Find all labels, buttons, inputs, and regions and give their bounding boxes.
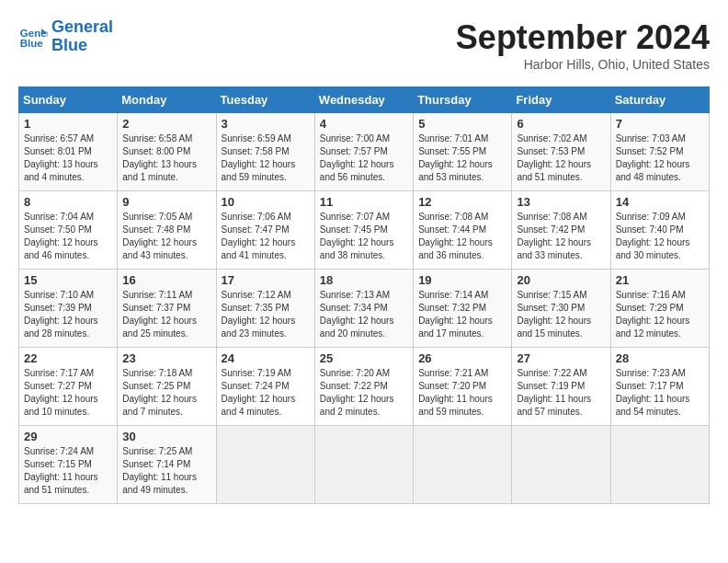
- day-number: 20: [517, 273, 605, 287]
- day-number: 15: [24, 273, 112, 287]
- day-info: Sunrise: 7:08 AM Sunset: 7:42 PM Dayligh…: [517, 211, 605, 262]
- day-info: Sunrise: 7:03 AM Sunset: 7:52 PM Dayligh…: [616, 132, 704, 184]
- weekday-header: Thursday: [414, 87, 512, 113]
- weekday-header: Tuesday: [216, 87, 314, 113]
- logo: General Blue General Blue: [18, 18, 113, 55]
- day-number: 27: [517, 351, 605, 365]
- day-number: 2: [122, 117, 210, 131]
- calendar-body: 1Sunrise: 6:57 AM Sunset: 8:01 PM Daylig…: [19, 113, 710, 504]
- calendar-day-cell: 25Sunrise: 7:20 AM Sunset: 7:22 PM Dayli…: [314, 348, 413, 426]
- day-info: Sunrise: 7:11 AM Sunset: 7:37 PM Dayligh…: [122, 289, 210, 340]
- calendar-day-cell: 30Sunrise: 7:25 AM Sunset: 7:14 PM Dayli…: [118, 426, 216, 504]
- day-number: 3: [222, 117, 310, 131]
- calendar-week-row: 15Sunrise: 7:10 AM Sunset: 7:39 PM Dayli…: [19, 270, 710, 348]
- title-area: September 2024 Harbor Hills, Ohio, Unite…: [456, 18, 710, 72]
- calendar-day-cell: [414, 426, 512, 504]
- calendar-day-cell: 24Sunrise: 7:19 AM Sunset: 7:24 PM Dayli…: [216, 348, 314, 426]
- calendar-week-row: 29Sunrise: 7:24 AM Sunset: 7:15 PM Dayli…: [19, 426, 710, 504]
- day-number: 17: [222, 273, 310, 287]
- calendar-day-cell: 19Sunrise: 7:14 AM Sunset: 7:32 PM Dayli…: [414, 270, 512, 348]
- day-number: 10: [222, 195, 310, 209]
- calendar-day-cell: [512, 426, 610, 504]
- calendar-day-cell: 7Sunrise: 7:03 AM Sunset: 7:52 PM Daylig…: [610, 113, 709, 191]
- day-info: Sunrise: 7:23 AM Sunset: 7:17 PM Dayligh…: [616, 367, 704, 419]
- calendar-day-cell: [216, 426, 314, 504]
- calendar-day-cell: 20Sunrise: 7:15 AM Sunset: 7:30 PM Dayli…: [512, 270, 610, 348]
- calendar-day-cell: 10Sunrise: 7:06 AM Sunset: 7:47 PM Dayli…: [216, 191, 314, 270]
- day-info: Sunrise: 7:05 AM Sunset: 7:48 PM Dayligh…: [122, 211, 210, 262]
- day-number: 25: [320, 351, 408, 365]
- calendar-week-row: 22Sunrise: 7:17 AM Sunset: 7:27 PM Dayli…: [19, 348, 710, 426]
- day-info: Sunrise: 7:13 AM Sunset: 7:34 PM Dayligh…: [320, 289, 408, 340]
- calendar-day-cell: 21Sunrise: 7:16 AM Sunset: 7:29 PM Dayli…: [610, 270, 709, 348]
- day-number: 19: [418, 273, 506, 287]
- day-number: 18: [320, 273, 408, 287]
- calendar-day-cell: 1Sunrise: 6:57 AM Sunset: 8:01 PM Daylig…: [19, 113, 118, 191]
- day-number: 8: [24, 195, 112, 209]
- day-number: 12: [418, 195, 506, 209]
- day-info: Sunrise: 7:04 AM Sunset: 7:50 PM Dayligh…: [24, 211, 112, 262]
- header: General Blue General Blue September 2024…: [18, 18, 710, 72]
- day-info: Sunrise: 7:00 AM Sunset: 7:57 PM Dayligh…: [320, 132, 408, 184]
- calendar-day-cell: 11Sunrise: 7:07 AM Sunset: 7:45 PM Dayli…: [314, 191, 413, 270]
- day-info: Sunrise: 7:01 AM Sunset: 7:55 PM Dayligh…: [418, 132, 506, 184]
- day-info: Sunrise: 7:25 AM Sunset: 7:14 PM Dayligh…: [122, 445, 210, 497]
- calendar-day-cell: 15Sunrise: 7:10 AM Sunset: 7:39 PM Dayli…: [19, 270, 118, 348]
- calendar-day-cell: 16Sunrise: 7:11 AM Sunset: 7:37 PM Dayli…: [118, 270, 216, 348]
- day-number: 23: [122, 351, 210, 365]
- day-info: Sunrise: 7:15 AM Sunset: 7:30 PM Dayligh…: [517, 289, 605, 340]
- day-number: 24: [222, 351, 310, 365]
- weekday-header: Monday: [118, 87, 216, 113]
- day-number: 26: [418, 351, 506, 365]
- calendar-day-cell: 14Sunrise: 7:09 AM Sunset: 7:40 PM Dayli…: [610, 191, 709, 270]
- day-info: Sunrise: 7:02 AM Sunset: 7:53 PM Dayligh…: [517, 132, 605, 184]
- day-info: Sunrise: 7:18 AM Sunset: 7:25 PM Dayligh…: [122, 367, 210, 419]
- day-info: Sunrise: 6:57 AM Sunset: 8:01 PM Dayligh…: [24, 132, 112, 184]
- day-number: 9: [122, 195, 210, 209]
- svg-text:Blue: Blue: [20, 37, 44, 48]
- day-number: 22: [24, 351, 112, 365]
- day-info: Sunrise: 7:16 AM Sunset: 7:29 PM Dayligh…: [616, 289, 704, 340]
- subtitle: Harbor Hills, Ohio, United States: [456, 57, 710, 72]
- day-number: 30: [122, 430, 210, 443]
- day-info: Sunrise: 7:20 AM Sunset: 7:22 PM Dayligh…: [320, 367, 408, 419]
- day-info: Sunrise: 7:14 AM Sunset: 7:32 PM Dayligh…: [418, 289, 506, 340]
- day-number: 14: [616, 195, 704, 209]
- day-info: Sunrise: 7:09 AM Sunset: 7:40 PM Dayligh…: [616, 211, 704, 262]
- day-info: Sunrise: 7:10 AM Sunset: 7:39 PM Dayligh…: [24, 289, 112, 340]
- calendar-day-cell: 8Sunrise: 7:04 AM Sunset: 7:50 PM Daylig…: [19, 191, 118, 270]
- calendar-day-cell: 17Sunrise: 7:12 AM Sunset: 7:35 PM Dayli…: [216, 270, 314, 348]
- day-number: 7: [616, 117, 704, 131]
- day-info: Sunrise: 7:22 AM Sunset: 7:19 PM Dayligh…: [517, 367, 605, 419]
- day-info: Sunrise: 6:59 AM Sunset: 7:58 PM Dayligh…: [222, 132, 310, 184]
- day-info: Sunrise: 7:06 AM Sunset: 7:47 PM Dayligh…: [222, 211, 310, 262]
- calendar-day-cell: 18Sunrise: 7:13 AM Sunset: 7:34 PM Dayli…: [314, 270, 413, 348]
- day-info: Sunrise: 7:24 AM Sunset: 7:15 PM Dayligh…: [24, 445, 112, 497]
- day-number: 11: [320, 195, 408, 209]
- day-number: 21: [616, 273, 704, 287]
- weekday-header: Wednesday: [314, 87, 413, 113]
- day-info: Sunrise: 7:17 AM Sunset: 7:27 PM Dayligh…: [24, 367, 112, 419]
- calendar-day-cell: 2Sunrise: 6:58 AM Sunset: 8:00 PM Daylig…: [118, 113, 216, 191]
- calendar-day-cell: 12Sunrise: 7:08 AM Sunset: 7:44 PM Dayli…: [414, 191, 512, 270]
- calendar-day-cell: 23Sunrise: 7:18 AM Sunset: 7:25 PM Dayli…: [118, 348, 216, 426]
- calendar-day-cell: 5Sunrise: 7:01 AM Sunset: 7:55 PM Daylig…: [414, 113, 512, 191]
- month-title: September 2024: [456, 18, 710, 57]
- day-info: Sunrise: 7:12 AM Sunset: 7:35 PM Dayligh…: [222, 289, 310, 340]
- day-number: 16: [122, 273, 210, 287]
- calendar-day-cell: 27Sunrise: 7:22 AM Sunset: 7:19 PM Dayli…: [512, 348, 610, 426]
- day-number: 29: [24, 430, 112, 443]
- weekday-header: Friday: [512, 87, 610, 113]
- logo-icon: General Blue: [18, 22, 48, 52]
- day-info: Sunrise: 6:58 AM Sunset: 8:00 PM Dayligh…: [122, 132, 210, 184]
- calendar-table: SundayMondayTuesdayWednesdayThursdayFrid…: [18, 86, 710, 504]
- calendar-day-cell: 22Sunrise: 7:17 AM Sunset: 7:27 PM Dayli…: [19, 348, 118, 426]
- calendar-day-cell: 3Sunrise: 6:59 AM Sunset: 7:58 PM Daylig…: [216, 113, 314, 191]
- day-info: Sunrise: 7:19 AM Sunset: 7:24 PM Dayligh…: [222, 367, 310, 419]
- calendar-week-row: 8Sunrise: 7:04 AM Sunset: 7:50 PM Daylig…: [19, 191, 710, 270]
- calendar-day-cell: 26Sunrise: 7:21 AM Sunset: 7:20 PM Dayli…: [414, 348, 512, 426]
- day-number: 5: [418, 117, 506, 131]
- day-info: Sunrise: 7:21 AM Sunset: 7:20 PM Dayligh…: [418, 367, 506, 419]
- calendar-day-cell: [610, 426, 709, 504]
- calendar-day-cell: 13Sunrise: 7:08 AM Sunset: 7:42 PM Dayli…: [512, 191, 610, 270]
